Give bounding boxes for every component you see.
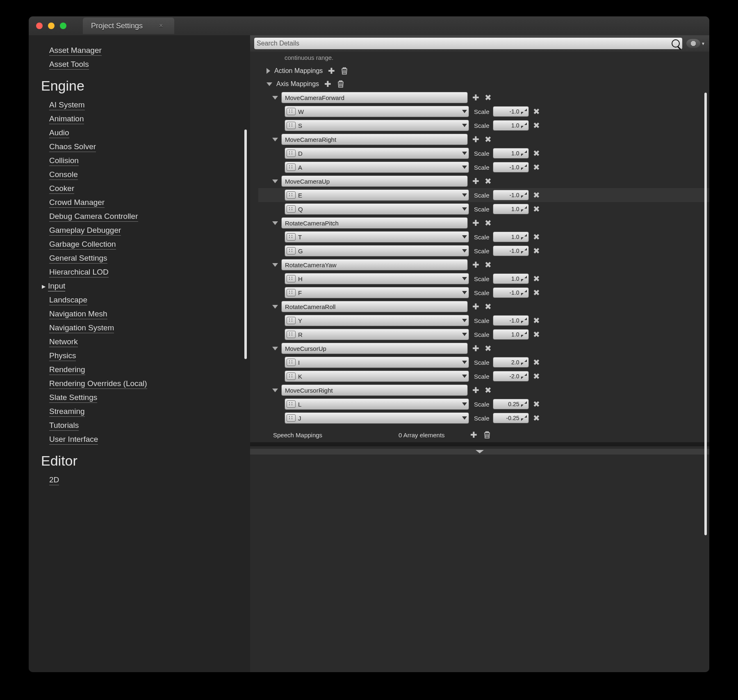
sidebar-item-navigation-mesh[interactable]: Navigation Mesh: [41, 307, 238, 321]
remove-binding-icon[interactable]: [532, 246, 541, 256]
sidebar-item-chaos-solver[interactable]: Chaos Solver: [41, 140, 238, 154]
add-binding-icon[interactable]: [471, 218, 480, 228]
add-action-mapping-icon[interactable]: [327, 66, 336, 76]
remove-binding-icon[interactable]: [532, 148, 541, 158]
scale-input[interactable]: 1.0: [493, 273, 529, 284]
sidebar-item-input[interactable]: Input: [41, 279, 238, 293]
sidebar-item-landscape[interactable]: Landscape: [41, 293, 238, 307]
clear-speech-mappings-icon[interactable]: [483, 431, 492, 439]
search-icon[interactable]: [672, 39, 680, 48]
clear-action-mappings-icon[interactable]: [340, 67, 349, 75]
sidebar-item-slate-settings[interactable]: Slate Settings: [41, 391, 238, 405]
scale-input[interactable]: 0.25: [493, 399, 529, 409]
sidebar-item-asset-manager[interactable]: Asset Manager: [41, 43, 238, 57]
sidebar-item-network[interactable]: Network: [41, 335, 238, 349]
add-axis-mapping-icon[interactable]: [323, 79, 332, 89]
search-input[interactable]: [257, 40, 672, 47]
sidebar-item-ai-system[interactable]: AI System: [41, 98, 238, 112]
add-binding-icon[interactable]: [471, 93, 480, 102]
scale-input[interactable]: -1.0: [493, 190, 529, 200]
sidebar-item-general-settings[interactable]: General Settings: [41, 251, 238, 265]
scale-input[interactable]: 1.0: [493, 148, 529, 159]
close-window-button[interactable]: [36, 23, 43, 29]
sidebar-item-garbage-collection[interactable]: Garbage Collection: [41, 237, 238, 251]
key-select[interactable]: J: [285, 412, 469, 424]
axis-name-input[interactable]: [281, 134, 468, 145]
remove-binding-icon[interactable]: [532, 204, 541, 214]
key-select[interactable]: G: [285, 245, 469, 257]
sidebar-item-navigation-system[interactable]: Navigation System: [41, 321, 238, 335]
expand-icon[interactable]: [521, 248, 527, 254]
add-binding-icon[interactable]: [471, 176, 480, 186]
minimize-window-button[interactable]: [48, 23, 55, 29]
maximize-window-button[interactable]: [60, 23, 66, 29]
remove-binding-icon[interactable]: [532, 316, 541, 325]
sidebar-item-2d[interactable]: 2D: [41, 473, 238, 487]
expand-icon[interactable]: [521, 415, 527, 421]
key-select[interactable]: R: [285, 329, 469, 340]
key-select[interactable]: K: [285, 370, 469, 382]
add-binding-icon[interactable]: [471, 302, 480, 311]
add-binding-icon[interactable]: [471, 385, 480, 395]
scale-input[interactable]: 1.0: [493, 232, 529, 242]
sidebar-item-animation[interactable]: Animation: [41, 112, 238, 126]
sidebar-item-user-interface[interactable]: User Interface: [41, 432, 238, 446]
expand-icon[interactable]: [521, 276, 527, 282]
expand-icon[interactable]: [521, 150, 527, 156]
key-select[interactable]: L: [285, 398, 469, 410]
axis-name-input[interactable]: [281, 175, 468, 187]
scale-input[interactable]: -1.0: [493, 245, 529, 256]
scale-input[interactable]: 2.0: [493, 357, 529, 368]
remove-binding-icon[interactable]: [532, 190, 541, 200]
add-binding-icon[interactable]: [471, 343, 480, 353]
key-select[interactable]: S: [285, 120, 469, 131]
remove-binding-icon[interactable]: [532, 274, 541, 284]
action-mappings-expand-icon[interactable]: [266, 68, 270, 74]
section-expand-separator[interactable]: [250, 449, 709, 455]
key-select[interactable]: I: [285, 357, 469, 368]
axis-collapse-icon[interactable]: [272, 96, 278, 100]
axis-collapse-icon[interactable]: [272, 138, 278, 141]
scale-input[interactable]: -1.0: [493, 315, 529, 326]
scale-input[interactable]: -1.0: [493, 162, 529, 173]
expand-icon[interactable]: [521, 164, 527, 170]
expand-icon[interactable]: [521, 401, 527, 407]
scale-input[interactable]: 1.0: [493, 204, 529, 214]
remove-axis-icon[interactable]: [483, 176, 492, 186]
axis-name-input[interactable]: [281, 301, 468, 312]
sidebar-item-rendering[interactable]: Rendering: [41, 363, 238, 377]
remove-axis-icon[interactable]: [483, 343, 492, 353]
remove-binding-icon[interactable]: [532, 288, 541, 298]
remove-axis-icon[interactable]: [483, 93, 492, 102]
expand-icon[interactable]: [521, 332, 527, 337]
remove-binding-icon[interactable]: [532, 371, 541, 381]
key-select[interactable]: F: [285, 287, 469, 298]
add-binding-icon[interactable]: [471, 260, 480, 270]
sidebar-item-physics[interactable]: Physics: [41, 349, 238, 363]
remove-binding-icon[interactable]: [532, 399, 541, 409]
remove-axis-icon[interactable]: [483, 134, 492, 144]
tab-close-icon[interactable]: ×: [159, 22, 163, 30]
add-speech-mapping-icon[interactable]: [469, 430, 478, 440]
key-select[interactable]: H: [285, 273, 469, 284]
axis-collapse-icon[interactable]: [272, 389, 278, 392]
tab-project-settings[interactable]: Project Settings ×: [83, 18, 174, 34]
axis-mappings-header[interactable]: Axis Mappings: [264, 77, 695, 91]
scale-input[interactable]: -2.0: [493, 371, 529, 382]
axis-name-input[interactable]: [281, 217, 468, 229]
action-mappings-header[interactable]: Action Mappings: [264, 64, 695, 77]
remove-axis-icon[interactable]: [483, 218, 492, 228]
sidebar-item-debug-camera-controller[interactable]: Debug Camera Controller: [41, 209, 238, 223]
axis-collapse-icon[interactable]: [272, 263, 278, 267]
remove-binding-icon[interactable]: [532, 357, 541, 367]
expand-icon[interactable]: [521, 373, 527, 379]
key-select[interactable]: Y: [285, 315, 469, 326]
sidebar-item-asset-tools[interactable]: Asset Tools: [41, 57, 238, 71]
clear-axis-mappings-icon[interactable]: [336, 80, 345, 88]
key-select[interactable]: W: [285, 106, 469, 117]
remove-axis-icon[interactable]: [483, 302, 492, 311]
expand-icon[interactable]: [521, 234, 527, 240]
sidebar-item-console[interactable]: Console: [41, 168, 238, 182]
scale-input[interactable]: 1.0: [493, 329, 529, 340]
expand-icon[interactable]: [521, 359, 527, 365]
